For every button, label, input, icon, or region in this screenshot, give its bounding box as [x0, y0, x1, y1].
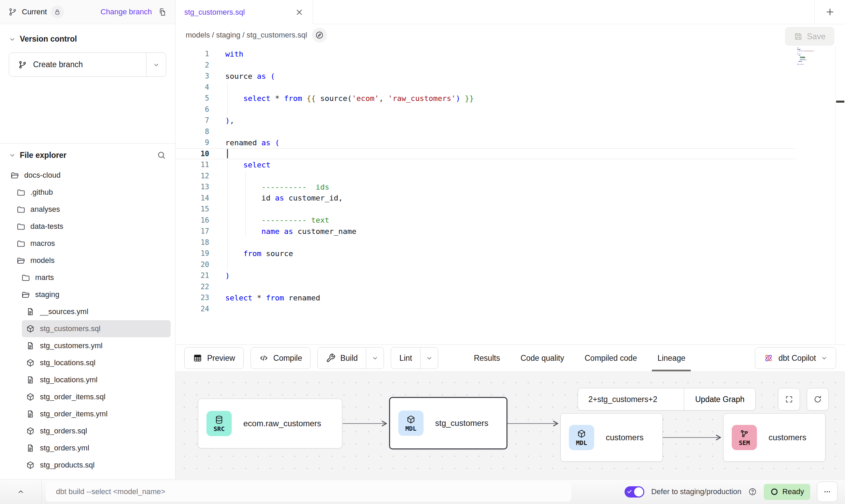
- file-tree-item-stg_products.sql[interactable]: stg_products.sql: [0, 457, 175, 474]
- scrollbar-thumb[interactable]: [836, 101, 844, 103]
- tab-compiled-code[interactable]: Compiled code: [574, 345, 647, 371]
- code-line[interactable]: 7),: [175, 115, 845, 126]
- file-tree-item-stg_locations.yml[interactable]: stg_locations.yml: [0, 371, 175, 388]
- file-tree-item-stg_order_items.sql[interactable]: stg_order_items.sql: [0, 388, 175, 405]
- file-tree-item-stg_customers.sql[interactable]: stg_customers.sql: [22, 320, 171, 337]
- status-badge[interactable]: Ready: [764, 484, 810, 500]
- file-tree-item-stg_orders.yml[interactable]: stg_orders.yml: [0, 440, 175, 457]
- file-tree-item-docs-cloud[interactable]: docs-cloud: [0, 167, 175, 184]
- code-line[interactable]: 10: [175, 148, 795, 160]
- save-button[interactable]: Save: [785, 27, 834, 46]
- code-line[interactable]: 9renamed as (: [175, 137, 845, 148]
- lineage-node-customers[interactable]: SEMcustomers: [723, 413, 826, 462]
- code-line[interactable]: 5 select * from {{ source('ecom', 'raw_c…: [175, 93, 845, 104]
- code-token: ): [225, 116, 230, 125]
- help-icon[interactable]: [748, 487, 757, 496]
- lint-button[interactable]: Lint: [391, 347, 438, 369]
- code-line[interactable]: 4: [175, 82, 845, 93]
- copilot-label: dbt Copilot: [778, 354, 816, 363]
- version-control-header[interactable]: Version control: [9, 34, 166, 44]
- tab-results[interactable]: Results: [463, 345, 510, 371]
- code-line[interactable]: 13 ---------- ids: [175, 181, 845, 193]
- code-line[interactable]: 21): [175, 270, 845, 281]
- code-line[interactable]: 2: [175, 60, 845, 71]
- file-tree-item-data-tests[interactable]: data-tests: [0, 218, 175, 235]
- file-tree-item-stg_locations.sql[interactable]: stg_locations.sql: [0, 354, 175, 371]
- code-line[interactable]: 11 select: [175, 159, 845, 171]
- update-graph-button[interactable]: Update Graph: [684, 388, 755, 410]
- compass-icon: [315, 31, 324, 40]
- defer-toggle[interactable]: [625, 486, 644, 498]
- file-name: stg_orders.yml: [40, 444, 89, 453]
- code-line[interactable]: 17 name as customer_name: [175, 226, 845, 237]
- code-line[interactable]: 1with: [175, 48, 845, 60]
- create-branch-dropdown[interactable]: [146, 53, 166, 76]
- file-explorer-header[interactable]: File explorer: [0, 150, 175, 160]
- dbt-command-input[interactable]: [46, 487, 571, 496]
- file-tree-item-models[interactable]: models: [0, 252, 175, 269]
- chevron-down-icon: [426, 355, 433, 361]
- close-icon[interactable]: [295, 8, 304, 17]
- search-icon[interactable]: [157, 150, 166, 160]
- minimap-line: [797, 51, 835, 52]
- collapse-panel-button[interactable]: [0, 479, 42, 504]
- code-line[interactable]: 20: [175, 259, 845, 270]
- fullscreen-button[interactable]: [778, 388, 800, 411]
- file-tree-item-macros[interactable]: macros: [0, 235, 175, 252]
- change-branch-link[interactable]: Change branch: [101, 8, 152, 16]
- code-token: as: [257, 72, 266, 80]
- table-icon: [193, 353, 202, 363]
- copy-icon[interactable]: [158, 8, 167, 16]
- line-number: 24: [175, 305, 209, 313]
- file-tree-item-.github[interactable]: .github: [0, 184, 175, 201]
- lineage-selector-input[interactable]: [578, 388, 684, 410]
- lineage-node-customers[interactable]: MDLcustomers: [560, 413, 663, 462]
- minimap-line: [797, 54, 835, 54]
- file-tree-item-stg_order_items.yml[interactable]: stg_order_items.yml: [0, 405, 175, 423]
- build-button[interactable]: Build: [317, 347, 384, 369]
- code-line[interactable]: 23select * from renamed: [175, 292, 845, 303]
- refresh-button[interactable]: [807, 388, 829, 411]
- preview-button[interactable]: Preview: [184, 347, 244, 369]
- code-line[interactable]: 24: [175, 303, 845, 315]
- file-name: docs-cloud: [24, 171, 60, 180]
- create-branch-main[interactable]: Create branch: [9, 60, 146, 69]
- create-branch-button[interactable]: Create branch: [9, 53, 166, 77]
- tab-lineage[interactable]: Lineage: [647, 345, 696, 371]
- code-line[interactable]: 12: [175, 171, 845, 182]
- code-line[interactable]: 22: [175, 281, 845, 293]
- build-dropdown[interactable]: [366, 347, 384, 369]
- file-tree-item-marts[interactable]: marts: [0, 269, 175, 286]
- dbt-copilot-button[interactable]: dbt Copilot: [755, 347, 836, 369]
- code-line[interactable]: 19 from source: [175, 248, 845, 259]
- file-tree-item-__sources.yml[interactable]: __sources.yml: [0, 303, 175, 320]
- file-tree-item-stg_orders.sql[interactable]: stg_orders.sql: [0, 423, 175, 440]
- explore-button[interactable]: [312, 28, 327, 43]
- code-line[interactable]: 8: [175, 126, 845, 137]
- code-editor[interactable]: 1with23source as (45 select * from {{ so…: [175, 46, 845, 344]
- code-line[interactable]: 3source as (: [175, 71, 845, 82]
- lint-dropdown[interactable]: [420, 347, 438, 369]
- tab-stg-customers[interactable]: stg_customers.sql: [175, 0, 313, 24]
- code-token: id: [225, 194, 275, 202]
- lineage-node-stg_customers[interactable]: MDLstg_customers: [389, 397, 507, 449]
- code-line[interactable]: 15: [175, 204, 845, 215]
- code-line[interactable]: 18: [175, 237, 845, 248]
- lineage-node-ecom.raw_customers[interactable]: SRCecom.raw_customers: [198, 399, 342, 448]
- file-tree-item-staging[interactable]: staging: [0, 286, 175, 303]
- indent-guide: [227, 148, 228, 270]
- model-icon: [26, 427, 35, 435]
- compile-button[interactable]: Compile: [250, 347, 311, 369]
- code-line[interactable]: 6: [175, 104, 845, 115]
- new-tab-button[interactable]: [814, 0, 845, 24]
- tab-code-quality[interactable]: Code quality: [510, 345, 574, 371]
- code-token: 'raw_customers': [388, 94, 456, 103]
- content: Current Change branch Version control Cr…: [0, 0, 845, 479]
- more-options-button[interactable]: [817, 481, 837, 502]
- code-line[interactable]: 16 ---------- text: [175, 215, 845, 226]
- minimap[interactable]: [797, 48, 835, 66]
- file-tree-item-analyses[interactable]: analyses: [0, 201, 175, 218]
- folder-icon: [21, 273, 30, 282]
- file-tree-item-stg_customers.yml[interactable]: stg_customers.yml: [0, 337, 175, 354]
- code-line[interactable]: 14 id as customer_id,: [175, 193, 845, 204]
